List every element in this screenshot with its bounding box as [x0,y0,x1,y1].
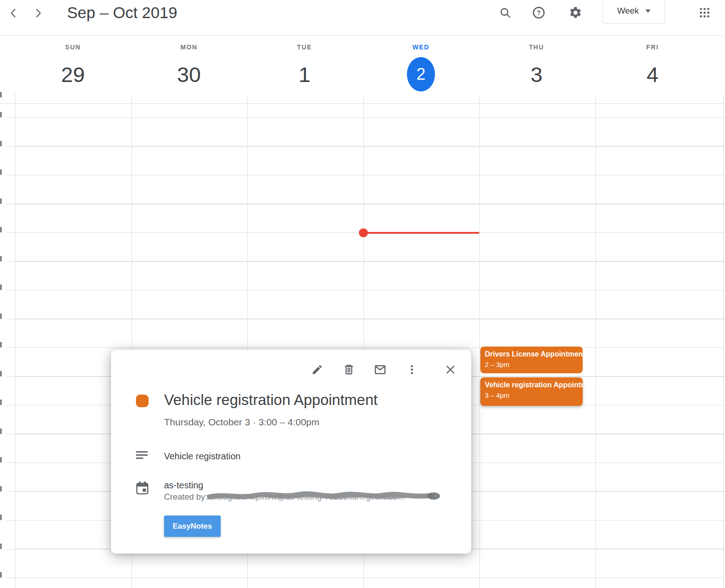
day-number[interactable]: 29 [59,57,87,92]
pencil-icon [311,364,323,377]
column-line [595,95,596,588]
event-chip-drivers-license[interactable]: Drivers License Appointment 2 – 3pm [480,347,583,373]
time-label-fragment [0,371,2,376]
popup-event-title: Vehicle registration Appointment [164,391,377,409]
event-time: 3 – 4pm [485,390,578,400]
hour-tick [6,175,15,175]
grid-top-border [0,103,725,104]
day-header-fri: FRI 4 [616,43,689,92]
hour-tick [6,232,15,233]
hour-tick [6,549,15,549]
hour-tick [6,319,15,319]
time-label-fragment [0,342,2,347]
time-label-fragment [0,486,2,492]
next-period-button[interactable] [28,4,48,24]
chevron-left-icon [8,7,19,20]
envelope-icon [374,363,387,377]
gmt-label-fragment [0,92,2,97]
edit-event-button[interactable] [310,363,324,377]
time-label-fragment [0,169,2,175]
popup-calendar-name: as-testing [164,480,203,491]
popup-event-datetime: Thursday, October 3 · 3:00 – 4:00pm [164,417,319,428]
hour-tick [6,261,15,262]
hour-tick [6,520,15,521]
google-apps-button[interactable] [694,3,715,24]
time-axis-line [15,92,15,588]
apps-grid-icon [698,6,711,20]
created-by-label: Created by: [164,492,210,501]
day-name: FRI [616,43,689,51]
settings-button[interactable] [565,3,586,24]
kebab-menu-icon [406,364,418,377]
day-header-wed-today: WED 2 [385,43,457,92]
calendar-icon [135,480,150,497]
event-color-swatch [136,395,149,407]
chevron-down-icon [645,10,651,13]
hour-tick [6,463,15,463]
hour-tick [6,405,15,405]
day-number[interactable]: 3 [522,57,551,92]
more-options-button[interactable] [405,363,419,377]
popup-event-description: Vehicle registration [164,451,241,462]
svg-text:?: ? [537,9,541,16]
event-title: Vehicle registration Appointment [485,380,578,390]
popup-created-by: Created by: dialogflow-icpxww@as-testing… [164,492,406,502]
search-icon [499,6,512,20]
time-label-fragment [0,457,2,463]
day-name: WED [385,43,457,51]
previous-period-button[interactable] [4,4,24,24]
current-time-line [363,232,479,234]
time-label-fragment [0,284,2,290]
hour-tick [6,492,15,492]
hour-tick [6,146,15,147]
day-number[interactable]: 30 [175,57,203,92]
day-header-mon: MON 30 [153,43,225,92]
hour-tick [6,204,15,204]
day-name: SUN [37,43,109,51]
time-label-fragment [0,572,2,578]
current-time-dot [359,228,368,237]
event-time: 2 – 3pm [485,359,578,370]
created-by-value-obscured: dialogflow-icpxww@as-testing-7e218.iam.g… [210,492,406,501]
time-label-fragment [0,198,2,204]
hour-tick [6,434,15,434]
column-line [723,95,724,588]
today-circle[interactable]: 2 [407,57,435,92]
hour-tick [6,290,15,290]
trash-icon [343,364,355,377]
time-label-fragment [0,400,2,405]
column-line [479,95,480,588]
event-chip-vehicle-registration[interactable]: Vehicle registration Appointment 3 – 4pm [480,377,583,406]
time-label-fragment [0,515,2,520]
day-name: MON [153,43,225,51]
time-label-fragment [0,112,2,117]
event-details-popup: Vehicle registration Appointment Thursda… [111,350,471,554]
day-number[interactable]: 4 [638,57,667,92]
day-header-sun: SUN 29 [37,43,109,92]
time-label-fragment [0,141,2,146]
time-label-fragment [0,544,2,549]
help-button[interactable]: ? [528,3,549,24]
close-popup-button[interactable] [444,363,457,377]
email-guests-button[interactable] [373,363,387,377]
page-title: Sep – Oct 2019 [67,0,177,25]
time-label-fragment [0,256,2,261]
description-lines-icon [136,451,148,461]
hour-tick [6,347,15,348]
hour-tick [6,117,15,118]
gear-icon [569,6,582,21]
easynotes-button[interactable]: EasyNotes [164,516,221,537]
hour-tick [6,578,15,578]
view-selector[interactable]: Week [603,0,665,24]
day-number[interactable]: 1 [290,57,319,92]
day-header-tue: TUE 1 [268,43,341,92]
delete-event-button[interactable] [342,363,356,377]
hour-tick [6,376,15,377]
search-button[interactable] [495,3,516,24]
time-label-fragment [0,429,2,434]
view-selector-label: Week [617,6,639,16]
day-header-thu: THU 3 [500,43,573,92]
close-icon [445,364,456,377]
chevron-right-icon [32,7,44,20]
day-name: TUE [268,43,341,51]
